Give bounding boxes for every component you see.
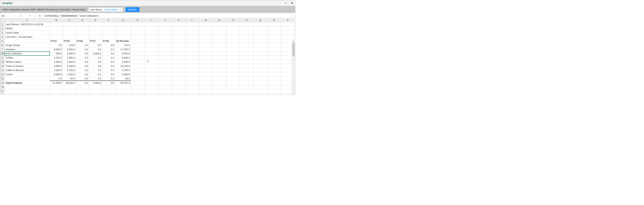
- cell[interactable]: [226, 56, 240, 60]
- cell[interactable]: [240, 85, 254, 89]
- data-cell[interactable]: 500.0: [50, 52, 63, 56]
- cell[interactable]: [89, 22, 102, 27]
- cell[interactable]: [267, 35, 281, 39]
- cell[interactable]: [144, 56, 158, 60]
- line-items-selector[interactable]: Line Items - Actual Sales ⌄: [88, 8, 123, 12]
- product-name-cell[interactable]: Carrés: [4, 72, 50, 77]
- column-header[interactable]: I: [144, 18, 158, 22]
- cell[interactable]: [102, 31, 115, 35]
- cell[interactable]: [226, 81, 240, 85]
- column-header[interactable]: G: [115, 18, 131, 22]
- data-cell[interactable]: 6,900.0: [115, 56, 131, 60]
- cell[interactable]: [102, 93, 115, 95]
- cell[interactable]: [199, 64, 212, 68]
- cell[interactable]: [254, 72, 267, 77]
- cell[interactable]: [267, 47, 281, 52]
- cell[interactable]: [226, 39, 240, 43]
- cell[interactable]: [131, 39, 144, 43]
- row-header[interactable]: 3: [0, 31, 4, 35]
- cell[interactable]: [172, 89, 185, 93]
- cell[interactable]: [254, 56, 267, 60]
- data-cell[interactable]: 8,000.0: [50, 47, 63, 52]
- cell[interactable]: [212, 85, 226, 89]
- cell[interactable]: [131, 64, 144, 68]
- cell[interactable]: [144, 31, 158, 35]
- cell[interactable]: [267, 31, 281, 35]
- cell[interactable]: [158, 68, 172, 72]
- cell[interactable]: [199, 35, 212, 39]
- cell[interactable]: [254, 81, 267, 85]
- data-cell[interactable]: 0.0: [76, 52, 89, 56]
- row-header[interactable]: 2: [0, 27, 4, 31]
- cell[interactable]: [144, 27, 158, 31]
- row-header[interactable]: 11: [0, 64, 4, 68]
- cell[interactable]: [226, 52, 240, 56]
- cell[interactable]: [158, 27, 172, 31]
- cell[interactable]: [254, 68, 267, 72]
- cell[interactable]: [144, 68, 158, 72]
- cell[interactable]: [267, 77, 281, 81]
- data-cell[interactable]: 0.0: [89, 68, 102, 72]
- cell[interactable]: [144, 43, 158, 47]
- data-cell[interactable]: 3,800.0: [63, 56, 76, 60]
- cell[interactable]: [158, 60, 172, 64]
- cell[interactable]: [131, 47, 144, 52]
- cell[interactable]: [185, 81, 199, 85]
- cell[interactable]: [131, 77, 144, 81]
- total-cell[interactable]: 0.0: [102, 81, 115, 85]
- cell[interactable]: [254, 39, 267, 43]
- cell[interactable]: [144, 77, 158, 81]
- cell[interactable]: [254, 93, 267, 95]
- all-periods-header[interactable]: All Periods: [115, 39, 131, 43]
- data-cell[interactable]: 2,000.0: [50, 68, 63, 72]
- cell[interactable]: [185, 89, 199, 93]
- cell[interactable]: [199, 31, 212, 35]
- cell[interactable]: [212, 27, 226, 31]
- cell[interactable]: [185, 60, 199, 64]
- column-header[interactable]: P: [240, 18, 254, 22]
- data-cell[interactable]: 4,400.0: [115, 72, 131, 77]
- product-name-cell[interactable]: [4, 77, 50, 81]
- cell[interactable]: [199, 56, 212, 60]
- product-name-cell[interactable]: Hampers: [4, 47, 50, 52]
- cell[interactable]: [212, 77, 226, 81]
- cell[interactable]: [158, 89, 172, 93]
- cell[interactable]: [199, 22, 212, 27]
- cell[interactable]: [4, 85, 50, 89]
- data-cell[interactable]: 5,000.0: [89, 52, 102, 56]
- cell[interactable]: [267, 68, 281, 72]
- cell[interactable]: [131, 93, 144, 95]
- cell[interactable]: [158, 43, 172, 47]
- cell[interactable]: [226, 77, 240, 81]
- cell[interactable]: [115, 35, 131, 39]
- cell[interactable]: [267, 93, 281, 95]
- cell[interactable]: [185, 56, 199, 60]
- column-header[interactable]: E: [89, 18, 102, 22]
- cell[interactable]: [131, 68, 144, 72]
- data-cell[interactable]: 0.0: [76, 47, 89, 52]
- data-cell[interactable]: 0.0: [102, 77, 115, 81]
- cell[interactable]: [172, 31, 185, 35]
- cell[interactable]: [267, 85, 281, 89]
- cell[interactable]: [50, 27, 63, 31]
- cell[interactable]: [240, 89, 254, 93]
- cell[interactable]: DEMO: [4, 27, 50, 31]
- cell[interactable]: [240, 56, 254, 60]
- cell[interactable]: [267, 56, 281, 60]
- cell[interactable]: [267, 72, 281, 77]
- select-all-corner[interactable]: [0, 18, 4, 22]
- cell[interactable]: [4, 93, 50, 95]
- cell[interactable]: [158, 64, 172, 68]
- cell[interactable]: [144, 85, 158, 89]
- cell[interactable]: [254, 35, 267, 39]
- cell[interactable]: [240, 81, 254, 85]
- cell[interactable]: [172, 47, 185, 52]
- cell[interactable]: [144, 93, 158, 95]
- period-header[interactable]: FY16: [76, 39, 89, 43]
- cell[interactable]: [63, 27, 76, 31]
- data-cell[interactable]: 0.0: [76, 68, 89, 72]
- column-header[interactable]: B: [50, 18, 63, 22]
- data-cell[interactable]: 0.0: [89, 60, 102, 64]
- cell[interactable]: [254, 47, 267, 52]
- cell[interactable]: [254, 52, 267, 56]
